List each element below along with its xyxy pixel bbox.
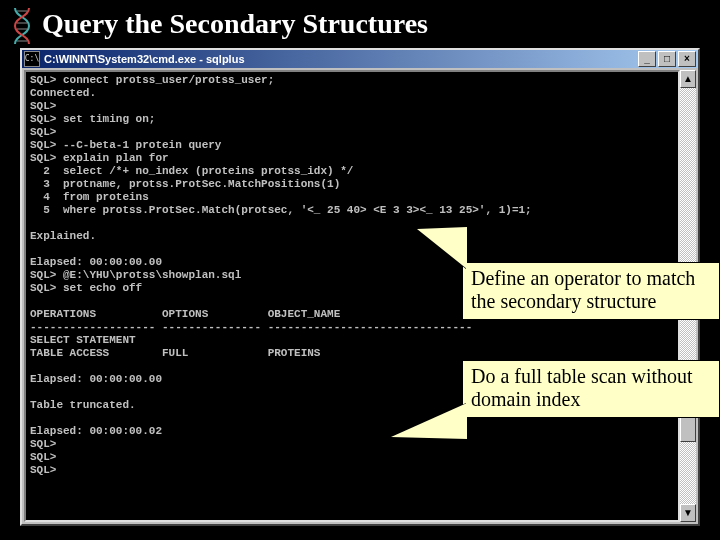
callout-fullscan: Do a full table scan without domain inde… xyxy=(462,360,720,418)
maximize-button[interactable]: □ xyxy=(658,51,676,67)
window-title: C:\WINNT\System32\cmd.exe - sqlplus xyxy=(44,54,638,65)
slide-title: Query the Secondary Structures xyxy=(0,0,720,46)
callout-operator: Define an operator to match the secondar… xyxy=(462,262,720,320)
titlebar[interactable]: C:\ C:\WINNT\System32\cmd.exe - sqlplus … xyxy=(22,50,698,68)
callout-tail-icon xyxy=(391,403,467,439)
callout-text: Define an operator to match the secondar… xyxy=(471,267,695,312)
cmd-icon: C:\ xyxy=(24,51,40,67)
scroll-down-button[interactable]: ▼ xyxy=(680,504,696,522)
dna-decoration-icon xyxy=(12,8,32,44)
minimize-button[interactable]: _ xyxy=(638,51,656,67)
callout-text: Do a full table scan without domain inde… xyxy=(471,365,693,410)
close-button[interactable]: × xyxy=(678,51,696,67)
callout-tail-icon xyxy=(417,227,467,269)
scroll-up-button[interactable]: ▲ xyxy=(680,70,696,88)
